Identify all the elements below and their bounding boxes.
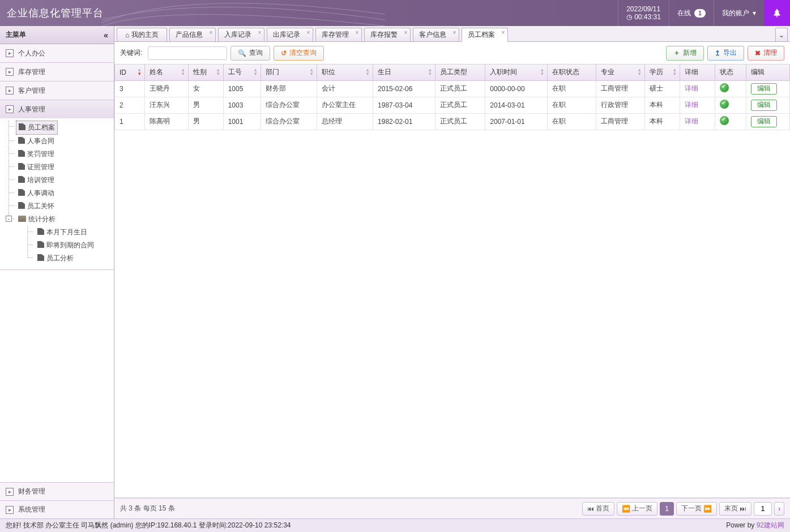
close-icon[interactable]: × <box>209 29 212 36</box>
tab-label: 库存管理 <box>322 30 349 40</box>
col-edu[interactable]: 学历▴▾ <box>645 65 680 80</box>
tree-item-reward-punish[interactable]: 奖罚管理 <box>16 148 57 161</box>
col-major[interactable]: 专业▴▾ <box>596 65 645 80</box>
online-count: 1 <box>694 9 706 18</box>
chevron-down-icon: ⌄ <box>779 31 784 39</box>
cell-gender: 女 <box>188 80 223 97</box>
col-name[interactable]: 姓名▴▾ <box>144 65 188 80</box>
close-icon[interactable]: × <box>452 29 456 36</box>
edit-button[interactable]: 编辑 <box>751 116 777 127</box>
export-button[interactable]: ↥导出 <box>707 46 744 61</box>
tree-item-employee-file[interactable]: 员工档案 <box>16 121 58 135</box>
cell-id: 3 <box>115 80 145 97</box>
cell-id: 2 <box>115 97 145 113</box>
tab-outbound[interactable]: 出库记录× <box>267 28 313 41</box>
sidebar-section-hr[interactable]: ▸人事管理 <box>0 100 114 118</box>
keyword-input[interactable] <box>148 46 227 60</box>
pager-first[interactable]: ⏮首页 <box>582 502 614 516</box>
col-onjob[interactable]: 在职状态 <box>548 65 596 80</box>
pager-page-1[interactable]: 1 <box>660 502 674 516</box>
footer-link[interactable]: 92建站网 <box>757 521 784 529</box>
pager-goto-input[interactable] <box>754 502 772 516</box>
close-icon[interactable]: × <box>306 29 310 36</box>
sidebar-section-finance[interactable]: ▸财务管理 <box>0 482 114 500</box>
clear-button[interactable]: ✖清理 <box>748 46 784 61</box>
status-ok-icon[interactable] <box>720 100 729 109</box>
cell-type: 正式员工 <box>435 113 485 130</box>
col-pos[interactable]: 职位▴▾ <box>317 65 373 80</box>
sidebar-section-inventory[interactable]: ▸库存管理 <box>0 63 114 81</box>
pager-goto-button[interactable]: › <box>774 502 784 516</box>
table-row: 1陈高明男1001综合办公室总经理1982-02-01正式员工2007-01-0… <box>115 113 790 130</box>
caret-right-icon: ▸ <box>6 105 14 113</box>
cell-birth: 1987-03-04 <box>373 97 435 113</box>
tab-label: 客户信息 <box>419 30 446 40</box>
close-icon[interactable]: × <box>501 29 505 36</box>
sidebar-section-customer[interactable]: ▸客户管理 <box>0 81 114 100</box>
clear-search-button[interactable]: ↺清空查询 <box>274 46 324 61</box>
header-online[interactable]: 在线 1 <box>669 0 714 26</box>
tab-customer[interactable]: 客户信息× <box>413 28 459 41</box>
status-ok-icon[interactable] <box>720 83 729 92</box>
edit-button[interactable]: 编辑 <box>751 100 777 111</box>
col-hire[interactable]: 入职时间▴▾ <box>485 65 548 80</box>
tree-folder-toggle[interactable]: - <box>6 216 12 222</box>
pager-next[interactable]: 下一页⏩ <box>676 502 717 516</box>
col-id[interactable]: ID▴▾ <box>115 65 145 80</box>
toolbar: 关键词: 🔍查询 ↺清空查询 ＋新增 ↥导出 ✖清理 <box>114 42 790 65</box>
tree-item-expiring-contract[interactable]: 即将到期的合同 <box>35 239 96 252</box>
close-icon[interactable]: × <box>355 29 358 36</box>
footer-right: Power by 92建站网 <box>726 521 784 530</box>
sort-icon: ▴▾ <box>217 68 220 76</box>
cell-no: 1005 <box>223 80 261 97</box>
tab-home[interactable]: ⌂我的主页 <box>117 28 167 41</box>
tree-item-training[interactable]: 培训管理 <box>16 174 57 187</box>
close-icon[interactable]: × <box>404 29 407 36</box>
sidebar-collapse-icon[interactable]: « <box>104 31 108 40</box>
tree-item-hr-contract[interactable]: 人事合同 <box>16 135 57 148</box>
cell-pos: 总经理 <box>317 113 373 130</box>
tab-employee-file[interactable]: 员工档案× <box>462 28 508 42</box>
search-button[interactable]: 🔍查询 <box>230 46 270 61</box>
tree-item-license[interactable]: 证照管理 <box>16 161 57 174</box>
col-dept[interactable]: 部门▴▾ <box>261 65 317 80</box>
add-button[interactable]: ＋新增 <box>666 46 704 61</box>
detail-link[interactable]: 详细 <box>685 101 698 109</box>
tab-stock-alert[interactable]: 库存报警× <box>364 28 411 41</box>
tree-item-birthday[interactable]: 本月下月生日 <box>35 226 89 239</box>
col-birth[interactable]: 生日▴▾ <box>373 65 435 80</box>
cell-no: 1001 <box>223 113 261 130</box>
cell-hire: 2014-03-01 <box>485 97 548 113</box>
col-no[interactable]: 工号▴▾ <box>223 65 261 80</box>
tree-item-transfer[interactable]: 人事调动 <box>16 187 57 200</box>
detail-link[interactable]: 详细 <box>685 84 698 92</box>
caret-right-icon: ▸ <box>6 506 14 514</box>
pager-last[interactable]: 末页⏭ <box>719 502 751 516</box>
pager-prev[interactable]: ⏪上一页 <box>617 502 657 516</box>
file-icon <box>37 228 44 235</box>
file-icon <box>18 176 25 183</box>
edit-button[interactable]: 编辑 <box>751 83 777 95</box>
tree-item-care[interactable]: 员工关怀 <box>16 200 57 213</box>
undo-icon: ↺ <box>281 49 287 57</box>
tab-product[interactable]: 产品信息× <box>169 28 216 41</box>
tab-inbound[interactable]: 入库记录× <box>218 28 264 41</box>
cell-no: 1003 <box>223 97 261 113</box>
detail-link[interactable]: 详细 <box>685 117 698 125</box>
sidebar-section-label: 个人办公 <box>18 49 45 58</box>
close-icon[interactable]: × <box>258 29 261 36</box>
cell-pos: 会计 <box>317 80 373 97</box>
header-tree-button[interactable] <box>764 0 790 26</box>
col-gender[interactable]: 性别▴▾ <box>188 65 223 80</box>
table-row: 3王晓丹女1005财务部会计2015-02-06正式员工0000-00-00在职… <box>115 80 790 97</box>
tab-stock[interactable]: 库存管理× <box>315 28 362 41</box>
tree-item-stats[interactable]: 统计分析 <box>16 213 58 226</box>
status-ok-icon[interactable] <box>720 116 729 125</box>
col-type[interactable]: 员工类型 <box>435 65 485 80</box>
tabs-overflow-button[interactable]: ⌄ <box>775 28 788 41</box>
header-account[interactable]: 我的账户 ▾ <box>714 0 764 26</box>
caret-right-icon: ▸ <box>6 488 14 496</box>
sidebar-section-system[interactable]: ▸系统管理 <box>0 500 114 518</box>
sidebar-section-personal[interactable]: ▸个人办公 <box>0 44 114 62</box>
tree-item-employee-analysis[interactable]: 员工分析 <box>35 252 76 265</box>
